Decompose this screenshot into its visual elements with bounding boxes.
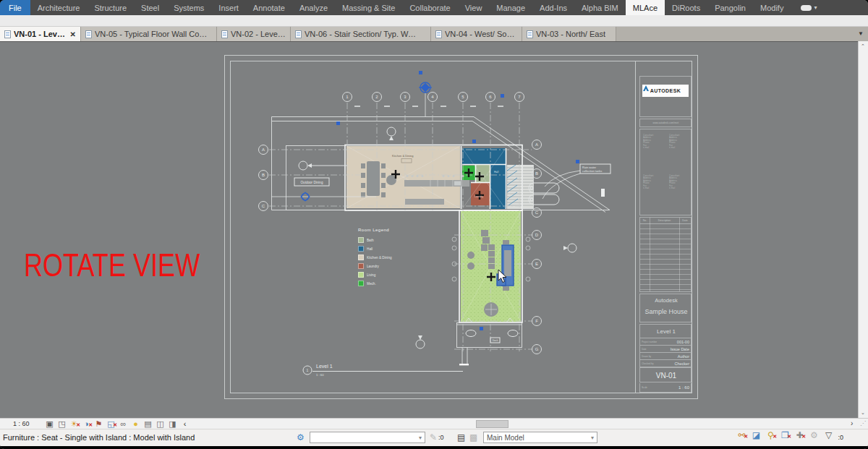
svg-text:6: 6 xyxy=(489,95,492,99)
sheet-number: VN-01 xyxy=(640,372,692,380)
ribbon-tab-systems[interactable]: Systems xyxy=(166,0,211,15)
hide-analytical-model-icon[interactable]: ◫ xyxy=(156,420,165,428)
ribbon-tab-add-ins[interactable]: Add-Ins xyxy=(532,0,574,15)
selected-marker-top[interactable] xyxy=(419,82,432,116)
ribbon-tab-massing-site[interactable]: Massing & Site xyxy=(335,0,402,15)
select-links-icon[interactable]: ⚯✕ xyxy=(737,432,746,440)
collapse-icon[interactable]: ‹ xyxy=(180,420,190,428)
ribbon-overflow-icon[interactable] xyxy=(801,5,812,11)
hall-room-tag[interactable]: Hall xyxy=(494,171,498,174)
view-tab-3[interactable]: VN-02 - Level 2 xyxy=(217,27,291,41)
svg-text:C: C xyxy=(535,210,539,215)
field-drawn-by-value: Author xyxy=(678,354,689,359)
resize-grip[interactable]: ⋰ xyxy=(860,420,866,427)
drag-on-selection-icon[interactable]: ✚✕ xyxy=(795,432,804,440)
field-checked-by-value: Checker xyxy=(675,362,689,366)
design-options-icon[interactable]: ▤ xyxy=(457,432,465,442)
close-icon[interactable]: ✕ xyxy=(70,30,76,38)
scroll-up-icon[interactable]: ⌃ xyxy=(861,43,865,49)
worksets-icon[interactable]: ⚙ xyxy=(297,432,305,442)
view-tab-2[interactable]: VN-05 - Typical Floor Wall Connecti... xyxy=(81,27,217,41)
scale-value: 1 : 60 xyxy=(678,385,689,390)
workset-dropdown[interactable]: ▾ xyxy=(310,432,425,443)
legend-item-laundry: Laundry xyxy=(358,262,399,270)
ribbon-tab-diroots[interactable]: DiRoots xyxy=(665,0,707,15)
outdoor-dining-tag[interactable]: Outdoor Dining xyxy=(294,178,329,186)
ribbon-tab-modify[interactable]: Modify xyxy=(753,0,791,15)
document-icon xyxy=(295,30,302,38)
legend-label: Hall xyxy=(367,247,373,251)
view-title: 1 Level 1 1 : 60 xyxy=(303,364,463,377)
view-tab-6[interactable]: VN-03 - North/ East xyxy=(522,27,616,41)
temporary-view-properties-icon[interactable]: ▤ xyxy=(143,420,153,428)
ribbon-tab-bar: FileArchitectureStructureSteelSystemsIns… xyxy=(0,0,868,15)
dock-tag[interactable]: Dock xyxy=(466,330,518,343)
ribbon-tab-view[interactable]: View xyxy=(458,0,490,15)
vertical-scrollbar[interactable]: ⌃ ⌄ xyxy=(858,41,868,418)
ribbon-tab-collaborate[interactable]: Collaborate xyxy=(402,0,457,15)
select-pinned-icon[interactable]: ⚲✕ xyxy=(766,432,775,440)
view-tab-5[interactable]: VN-04 - West/ South xyxy=(431,27,522,41)
tab-list-icon[interactable]: ▼ xyxy=(858,30,864,37)
sun-path-icon[interactable]: ☀✕ xyxy=(69,420,79,428)
temporary-hide-isolate-icon[interactable]: ∞ xyxy=(119,420,128,428)
floor-plan-svg[interactable]: 1234567 ABC ABCDEFG xyxy=(224,55,698,399)
ribbon-tab-architecture[interactable]: Architecture xyxy=(30,0,88,15)
reveal-hidden-elements-icon[interactable]: ● xyxy=(131,420,140,428)
rendering-dialog-icon[interactable]: ▣ xyxy=(45,420,54,428)
svg-text:Outdoor Dining: Outdoor Dining xyxy=(301,181,323,184)
ribbon-tab-annotate[interactable]: Annotate xyxy=(246,0,292,15)
crop-view-icon[interactable]: ⚑ xyxy=(94,420,103,428)
laundry-room-tag[interactable]: Laundry xyxy=(475,195,484,198)
view-tab-4[interactable]: VN-06 - Stair Section/ Typ. Wall Sec... xyxy=(291,27,431,41)
disabled-badge-icon: ✕ xyxy=(773,432,777,440)
scroll-down-icon[interactable]: ⌄ xyxy=(861,410,865,416)
ribbon-tab-file[interactable]: File xyxy=(0,0,30,15)
ribbon-tab-pangolin[interactable]: Pangolin xyxy=(707,0,753,15)
room-hall[interactable] xyxy=(462,148,506,165)
kitchen-room-tag[interactable]: Kitchen & Dining xyxy=(392,154,414,158)
svg-text:B: B xyxy=(262,173,265,177)
titleblock-consultants-box: Consultant Address Address Phone Fax e-m… xyxy=(639,129,692,215)
document-icon xyxy=(4,30,11,38)
drawing-canvas[interactable]: 1234567 ABC ABCDEFG xyxy=(0,41,858,418)
view-tab-label: VN-06 - Stair Section/ Typ. Wall Sec... xyxy=(305,30,420,38)
field-date-label: Date xyxy=(642,348,647,350)
scroll-right-icon[interactable]: › xyxy=(851,419,853,427)
selection-filter-icon[interactable]: ▽ xyxy=(824,432,833,440)
ribbon-tab-analyze[interactable]: Analyze xyxy=(292,0,335,15)
chevron-down-icon[interactable]: ▾ xyxy=(814,4,817,11)
ribbon-tab-alpha-bim[interactable]: Alpha BIM xyxy=(574,0,626,15)
show-crop-region-icon[interactable]: ◱✕ xyxy=(106,420,116,428)
select-by-face-icon[interactable]: ❐✕ xyxy=(780,432,790,440)
ribbon-tab-insert[interactable]: Insert xyxy=(211,0,246,15)
legend-swatch xyxy=(358,237,364,243)
design-option-dropdown[interactable]: Main Model▾ xyxy=(483,432,597,443)
view-scale-button[interactable]: 1 : 60 xyxy=(13,420,30,427)
editable-count: :0 xyxy=(438,434,444,441)
editable-only-icon[interactable]: ✎ xyxy=(430,432,437,442)
ribbon-tab-mlace[interactable]: MLAce xyxy=(626,0,665,15)
legend-item-hall: Hall xyxy=(358,244,399,253)
shadows-icon[interactable]: ◑✕ xyxy=(82,420,91,428)
background-processes-icon[interactable]: ⚙ xyxy=(809,432,819,440)
view-tab-1[interactable]: VN-01 - Level 1✕ xyxy=(0,27,81,41)
document-icon xyxy=(435,30,442,38)
view-control-bar: 1 : 60 ▣◳☀✕◑✕⚑◱✕∞●▤◫◨‹ › ⋰ xyxy=(0,418,868,429)
ribbon-tab-structure[interactable]: Structure xyxy=(87,0,134,15)
field-checked-by-label: Checked by xyxy=(642,362,653,364)
rotate-view-overlay: ROTATE VIEW xyxy=(24,247,200,283)
design-options-edit-icon[interactable]: ▩ xyxy=(469,432,477,442)
ribbon-tab-steel[interactable]: Steel xyxy=(134,0,166,15)
select-underlay-icon[interactable]: ◪ xyxy=(752,432,761,440)
svg-text:A: A xyxy=(262,147,265,152)
ribbon-tab-manage[interactable]: Manage xyxy=(489,0,532,15)
consultant-block: Consultant Address Address Phone Fax e-m… xyxy=(643,134,653,149)
ribbon-collapsed-strip xyxy=(0,15,868,27)
project-name: Sample House xyxy=(640,308,692,315)
sheet-view: 1234567 ABC ABCDEFG xyxy=(224,55,698,399)
visual-style-icon[interactable]: ◳ xyxy=(57,420,67,428)
svg-text:C: C xyxy=(262,204,265,208)
horizontal-scrollbar-thumb[interactable] xyxy=(476,420,509,428)
reveal-constraints-icon[interactable]: ◨ xyxy=(168,420,177,428)
